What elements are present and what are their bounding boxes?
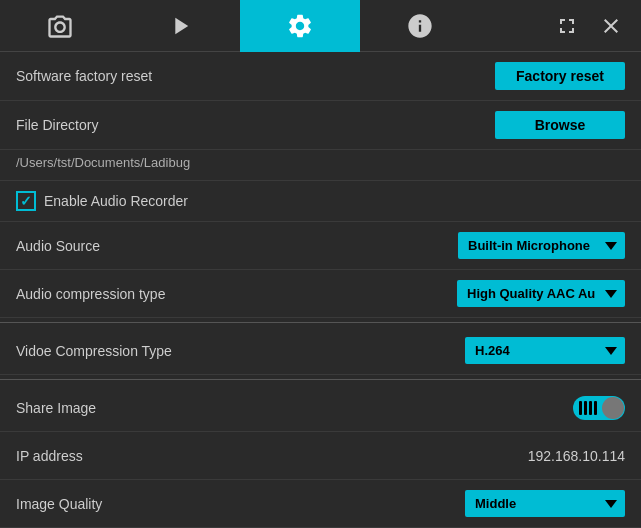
share-image-toggle[interactable] — [573, 396, 625, 420]
gear-icon — [286, 12, 314, 40]
image-quality-label: Image Quality — [16, 496, 102, 512]
audio-compression-select[interactable]: High Quality AAC Au Medium Quality AAC L… — [457, 280, 625, 307]
divider-1 — [0, 322, 641, 323]
expand-icon — [555, 14, 579, 38]
video-compression-label: Vidoe Compression Type — [16, 343, 172, 359]
video-compression-select[interactable]: H.264 H.265 MJPEG — [465, 337, 625, 364]
factory-reset-button[interactable]: Factory reset — [495, 62, 625, 90]
tab-settings[interactable] — [240, 0, 360, 52]
play-icon — [166, 12, 194, 40]
share-image-label: Share Image — [16, 400, 96, 416]
file-path-row: /Users/tst/Documents/Ladibug — [0, 150, 641, 181]
ip-address-label: IP address — [16, 448, 83, 464]
tab-play[interactable] — [120, 0, 240, 52]
ip-address-value: 192.168.10.114 — [528, 448, 625, 464]
share-image-row: Share Image — [0, 384, 641, 432]
top-nav — [0, 0, 641, 52]
audio-source-select[interactable]: Built-in Microphone External Microphone … — [458, 232, 625, 259]
close-icon — [599, 14, 623, 38]
camera-icon — [46, 12, 74, 40]
share-image-toggle-container — [573, 396, 625, 420]
settings-panel: Software factory reset Factory reset Fil… — [0, 52, 641, 528]
toggle-thumb — [602, 397, 624, 419]
factory-reset-row: Software factory reset Factory reset — [0, 52, 641, 101]
info-icon — [406, 12, 434, 40]
divider-2 — [0, 379, 641, 380]
factory-reset-label: Software factory reset — [16, 68, 152, 84]
enable-audio-recorder-row: Enable Audio Recorder — [0, 181, 641, 222]
browse-button[interactable]: Browse — [495, 111, 625, 139]
enable-audio-recorder-checkbox[interactable] — [16, 191, 36, 211]
file-directory-row: File Directory Browse — [0, 101, 641, 150]
tab-info[interactable] — [360, 0, 480, 52]
audio-source-row: Audio Source Built-in Microphone Externa… — [0, 222, 641, 270]
enable-audio-recorder-label: Enable Audio Recorder — [44, 193, 188, 209]
video-compression-row: Vidoe Compression Type H.264 H.265 MJPEG — [0, 327, 641, 375]
audio-compression-label: Audio compression type — [16, 286, 165, 302]
tab-camera[interactable] — [0, 0, 120, 52]
close-button[interactable] — [593, 8, 629, 44]
audio-source-label: Audio Source — [16, 238, 100, 254]
image-quality-select[interactable]: Low Middle High — [465, 490, 625, 517]
audio-compression-row: Audio compression type High Quality AAC … — [0, 270, 641, 318]
file-directory-label: File Directory — [16, 117, 98, 133]
ip-address-row: IP address 192.168.10.114 — [0, 432, 641, 480]
toggle-bars — [579, 401, 597, 415]
image-quality-row: Image Quality Low Middle High — [0, 480, 641, 528]
expand-button[interactable] — [549, 8, 585, 44]
file-path-value: /Users/tst/Documents/Ladibug — [16, 155, 190, 170]
